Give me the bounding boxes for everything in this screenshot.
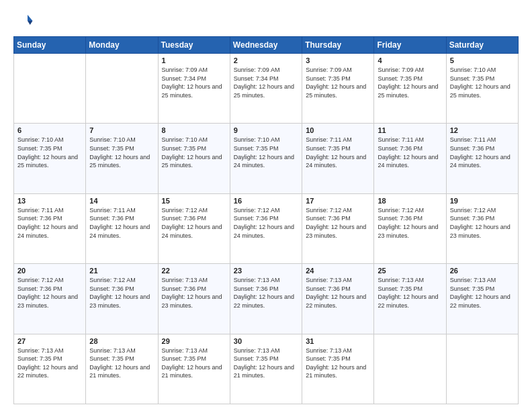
weekday-header-monday: Monday (86, 37, 158, 54)
cell-info: Sunrise: 7:12 AM Sunset: 7:36 PM Dayligh… (450, 206, 515, 240)
cell-date: 30 (234, 337, 298, 345)
calendar-cell: 4Sunrise: 7:09 AM Sunset: 7:35 PM Daylig… (374, 54, 446, 124)
calendar-week-5: 27Sunrise: 7:13 AM Sunset: 7:35 PM Dayli… (14, 334, 519, 404)
cell-date: 26 (450, 267, 515, 275)
cell-info: Sunrise: 7:12 AM Sunset: 7:36 PM Dayligh… (306, 206, 370, 240)
cell-date: 6 (17, 126, 82, 134)
cell-info: Sunrise: 7:10 AM Sunset: 7:35 PM Dayligh… (450, 66, 515, 99)
calendar-cell: 20Sunrise: 7:12 AM Sunset: 7:36 PM Dayli… (14, 264, 86, 334)
cell-date: 9 (234, 126, 298, 134)
calendar-cell (374, 334, 446, 404)
calendar-header-row: SundayMondayTuesdayWednesdayThursdayFrid… (14, 37, 519, 54)
cell-info: Sunrise: 7:12 AM Sunset: 7:36 PM Dayligh… (378, 206, 442, 240)
calendar-week-1: 1Sunrise: 7:09 AM Sunset: 7:34 PM Daylig… (14, 54, 519, 124)
cell-info: Sunrise: 7:11 AM Sunset: 7:36 PM Dayligh… (450, 136, 515, 169)
cell-info: Sunrise: 7:10 AM Sunset: 7:35 PM Dayligh… (234, 136, 298, 169)
cell-date: 27 (17, 337, 82, 345)
calendar-cell: 13Sunrise: 7:11 AM Sunset: 7:36 PM Dayli… (14, 193, 86, 263)
weekday-header-sunday: Sunday (14, 37, 86, 54)
cell-date: 7 (89, 126, 154, 134)
cell-date: 19 (450, 197, 515, 205)
cell-info: Sunrise: 7:13 AM Sunset: 7:35 PM Dayligh… (450, 276, 515, 310)
header (13, 11, 519, 31)
cell-info: Sunrise: 7:13 AM Sunset: 7:36 PM Dayligh… (162, 276, 226, 310)
calendar-cell: 23Sunrise: 7:13 AM Sunset: 7:36 PM Dayli… (230, 264, 302, 334)
calendar-cell: 1Sunrise: 7:09 AM Sunset: 7:34 PM Daylig… (158, 54, 230, 124)
cell-date: 8 (162, 126, 226, 134)
cell-date: 29 (162, 337, 226, 345)
cell-date: 4 (378, 56, 442, 64)
weekday-header-thursday: Thursday (302, 37, 374, 54)
cell-info: Sunrise: 7:11 AM Sunset: 7:35 PM Dayligh… (306, 136, 370, 169)
calendar-cell: 10Sunrise: 7:11 AM Sunset: 7:35 PM Dayli… (302, 124, 374, 193)
page: SundayMondayTuesdayWednesdayThursdayFrid… (0, 0, 532, 411)
calendar-cell (14, 54, 86, 124)
calendar-week-2: 6Sunrise: 7:10 AM Sunset: 7:35 PM Daylig… (14, 124, 519, 193)
cell-date: 16 (234, 197, 298, 205)
calendar-cell: 24Sunrise: 7:13 AM Sunset: 7:36 PM Dayli… (302, 264, 374, 334)
cell-date: 25 (378, 267, 442, 275)
calendar-cell: 19Sunrise: 7:12 AM Sunset: 7:36 PM Dayli… (446, 193, 518, 263)
cell-info: Sunrise: 7:09 AM Sunset: 7:35 PM Dayligh… (306, 66, 370, 99)
calendar-cell: 15Sunrise: 7:12 AM Sunset: 7:36 PM Dayli… (158, 193, 230, 263)
cell-date: 20 (17, 267, 82, 275)
calendar-cell: 7Sunrise: 7:10 AM Sunset: 7:35 PM Daylig… (86, 124, 158, 193)
svg-marker-0 (28, 15, 33, 21)
calendar-cell: 2Sunrise: 7:09 AM Sunset: 7:34 PM Daylig… (230, 54, 302, 124)
cell-info: Sunrise: 7:09 AM Sunset: 7:34 PM Dayligh… (234, 66, 298, 99)
cell-info: Sunrise: 7:10 AM Sunset: 7:35 PM Dayligh… (89, 136, 154, 169)
cell-info: Sunrise: 7:13 AM Sunset: 7:35 PM Dayligh… (234, 347, 298, 380)
cell-date: 31 (306, 337, 370, 345)
weekday-header-tuesday: Tuesday (158, 37, 230, 54)
calendar-cell: 29Sunrise: 7:13 AM Sunset: 7:35 PM Dayli… (158, 334, 230, 404)
cell-date: 18 (378, 197, 442, 205)
cell-info: Sunrise: 7:12 AM Sunset: 7:36 PM Dayligh… (162, 206, 226, 240)
cell-info: Sunrise: 7:11 AM Sunset: 7:36 PM Dayligh… (89, 206, 154, 240)
cell-info: Sunrise: 7:12 AM Sunset: 7:36 PM Dayligh… (17, 276, 82, 310)
cell-info: Sunrise: 7:11 AM Sunset: 7:36 PM Dayligh… (17, 206, 82, 240)
cell-info: Sunrise: 7:10 AM Sunset: 7:35 PM Dayligh… (17, 136, 82, 169)
cell-info: Sunrise: 7:11 AM Sunset: 7:36 PM Dayligh… (378, 136, 442, 169)
calendar-cell: 17Sunrise: 7:12 AM Sunset: 7:36 PM Dayli… (302, 193, 374, 263)
calendar-cell: 8Sunrise: 7:10 AM Sunset: 7:35 PM Daylig… (158, 124, 230, 193)
cell-date: 3 (306, 56, 370, 64)
calendar-cell: 22Sunrise: 7:13 AM Sunset: 7:36 PM Dayli… (158, 264, 230, 334)
calendar-week-4: 20Sunrise: 7:12 AM Sunset: 7:36 PM Dayli… (14, 264, 519, 334)
calendar-cell: 21Sunrise: 7:12 AM Sunset: 7:36 PM Dayli… (86, 264, 158, 334)
cell-date: 14 (89, 197, 154, 205)
cell-info: Sunrise: 7:13 AM Sunset: 7:35 PM Dayligh… (162, 347, 226, 380)
calendar-cell: 31Sunrise: 7:13 AM Sunset: 7:35 PM Dayli… (302, 334, 374, 404)
cell-info: Sunrise: 7:12 AM Sunset: 7:36 PM Dayligh… (234, 206, 298, 240)
weekday-header-friday: Friday (374, 37, 446, 54)
cell-date: 2 (234, 56, 298, 64)
calendar-cell: 12Sunrise: 7:11 AM Sunset: 7:36 PM Dayli… (446, 124, 518, 193)
svg-marker-1 (28, 21, 33, 25)
cell-date: 1 (162, 56, 226, 64)
cell-info: Sunrise: 7:10 AM Sunset: 7:35 PM Dayligh… (162, 136, 226, 169)
cell-date: 5 (450, 56, 515, 64)
cell-date: 12 (450, 126, 515, 134)
cell-date: 17 (306, 197, 370, 205)
calendar-cell: 16Sunrise: 7:12 AM Sunset: 7:36 PM Dayli… (230, 193, 302, 263)
calendar-cell: 6Sunrise: 7:10 AM Sunset: 7:35 PM Daylig… (14, 124, 86, 193)
calendar-cell: 5Sunrise: 7:10 AM Sunset: 7:35 PM Daylig… (446, 54, 518, 124)
calendar-cell: 30Sunrise: 7:13 AM Sunset: 7:35 PM Dayli… (230, 334, 302, 404)
cell-info: Sunrise: 7:13 AM Sunset: 7:35 PM Dayligh… (89, 347, 154, 380)
calendar-cell: 11Sunrise: 7:11 AM Sunset: 7:36 PM Dayli… (374, 124, 446, 193)
cell-info: Sunrise: 7:13 AM Sunset: 7:35 PM Dayligh… (17, 347, 82, 380)
cell-date: 22 (162, 267, 226, 275)
cell-info: Sunrise: 7:09 AM Sunset: 7:35 PM Dayligh… (378, 66, 442, 99)
cell-date: 23 (234, 267, 298, 275)
calendar-cell: 14Sunrise: 7:11 AM Sunset: 7:36 PM Dayli… (86, 193, 158, 263)
weekday-header-saturday: Saturday (446, 37, 518, 54)
cell-date: 10 (306, 126, 370, 134)
calendar-cell: 9Sunrise: 7:10 AM Sunset: 7:35 PM Daylig… (230, 124, 302, 193)
calendar-cell: 25Sunrise: 7:13 AM Sunset: 7:35 PM Dayli… (374, 264, 446, 334)
logo-icon (13, 11, 34, 31)
cell-date: 21 (89, 267, 154, 275)
cell-info: Sunrise: 7:13 AM Sunset: 7:35 PM Dayligh… (306, 347, 370, 380)
cell-info: Sunrise: 7:13 AM Sunset: 7:36 PM Dayligh… (234, 276, 298, 310)
cell-date: 15 (162, 197, 226, 205)
calendar-cell: 28Sunrise: 7:13 AM Sunset: 7:35 PM Dayli… (86, 334, 158, 404)
calendar-cell (446, 334, 518, 404)
